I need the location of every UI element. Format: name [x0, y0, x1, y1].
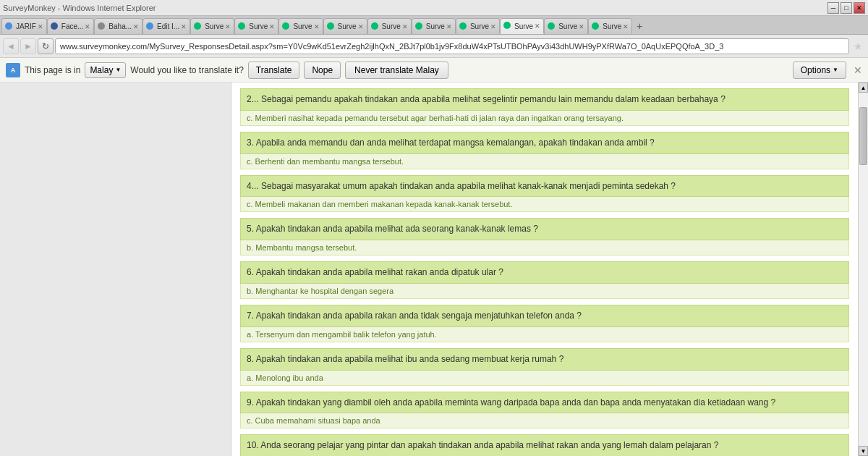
tab-2[interactable]: Baha... ✕ — [94, 18, 142, 34]
tab-12[interactable]: Surve ✕ — [544, 18, 588, 34]
tab-favicon-8 — [371, 22, 380, 31]
question-block-7: 9. Apakah tindakan yang diambil oleh and… — [240, 392, 849, 429]
address-bar[interactable]: www.surveymonkey.com/MySurvey_ResponsesD… — [55, 38, 849, 54]
tab-label-4: Surve — [205, 22, 224, 30]
close-button[interactable]: ✕ — [854, 2, 865, 14]
tab-favicon-0 — [5, 22, 14, 31]
tab-favicon-4 — [194, 22, 203, 31]
tab-close-2[interactable]: ✕ — [133, 23, 139, 30]
tab-0[interactable]: JARIF ✕ — [1, 18, 47, 34]
question-text-8: 10. Anda seorang pelajar yang pintar dan… — [240, 434, 849, 456]
tab-10[interactable]: Surve ✕ — [456, 18, 500, 34]
answer-text-5: a. Tersenyum dan mengambil balik telefon… — [240, 327, 849, 342]
scrollbar-track[interactable] — [859, 93, 868, 446]
tab-favicon-7 — [327, 22, 336, 31]
question-text-3: 5. Apakah tindakan anda apabila melihat … — [240, 218, 849, 240]
question-block-5: 7. Apakah tindakan anda apabila rakan an… — [240, 305, 849, 342]
tab-close-6[interactable]: ✕ — [314, 23, 320, 30]
content-area: 2... Sebagai pemandu apakah tindakan and… — [0, 83, 868, 456]
question-text-1: 3. Apabila anda memandu dan anda melihat… — [240, 132, 849, 154]
scrollbar-down-button[interactable]: ▼ — [859, 446, 868, 456]
chevron-down-icon: ▼ — [115, 67, 121, 73]
answer-text-1: c. Berhenti dan membantu mangsa tersebut… — [240, 154, 849, 169]
language-label: Malay — [90, 65, 113, 75]
tab-favicon-9 — [415, 22, 424, 31]
tab-8[interactable]: Surve ✕ — [367, 18, 412, 34]
tab-13[interactable]: Surve ✕ — [588, 18, 632, 34]
tab-label-3: Edit I... — [157, 22, 179, 30]
question-block-6: 8. Apakah tindakan anda apabila melihat … — [240, 348, 849, 386]
tab-4[interactable]: Surve ✕ — [190, 18, 234, 34]
question-text-2: 4... Sebagai masyarakat umum apakah tind… — [240, 175, 849, 198]
window-title: SurveyMonkey - Windows Internet Explorer — [3, 4, 156, 12]
tab-11[interactable]: Surve ✕ — [500, 18, 544, 34]
maximize-button[interactable]: □ — [841, 2, 852, 14]
refresh-button[interactable]: ↻ — [38, 38, 54, 54]
scrollbar-thumb[interactable] — [859, 107, 867, 165]
translate-icon-text: A — [11, 67, 16, 74]
tab-close-12[interactable]: ✕ — [579, 23, 584, 30]
question-text-5: 7. Apakah tindakan anda apabila rakan an… — [240, 305, 849, 327]
tab-label-13: Surve — [603, 22, 621, 30]
translate-button[interactable]: Translate — [248, 62, 300, 79]
language-dropdown[interactable]: Malay ▼ — [85, 62, 126, 78]
tab-close-10[interactable]: ✕ — [490, 23, 496, 30]
tab-label-11: Surve — [514, 22, 533, 30]
tab-label-0: JARIF — [16, 22, 36, 30]
minimize-button[interactable]: ─ — [827, 2, 839, 14]
forward-button[interactable]: ► — [20, 38, 36, 54]
tab-close-0[interactable]: ✕ — [38, 23, 43, 30]
tab-1[interactable]: Face... ✕ — [47, 18, 95, 34]
options-label: Options — [801, 65, 830, 75]
question-text-7: 9. Apakah tindakan yang diambil oleh and… — [240, 392, 849, 414]
options-button[interactable]: Options ▼ — [793, 62, 846, 79]
tab-9[interactable]: Surve ✕ — [412, 18, 456, 34]
tab-7[interactable]: Surve ✕ — [323, 18, 367, 34]
bookmark-button[interactable]: ★ — [851, 38, 865, 54]
tab-close-13[interactable]: ✕ — [623, 23, 629, 30]
main-content: 2... Sebagai pemandu apakah tindakan and… — [231, 83, 858, 456]
question-block-2: 4... Sebagai masyarakat umum apakah tind… — [240, 175, 849, 213]
tab-5[interactable]: Surve ✕ — [234, 18, 278, 34]
tab-label-12: Surve — [558, 22, 577, 30]
question-block-0: 2... Sebagai pemandu apakah tindakan and… — [240, 88, 849, 126]
browser-window: SurveyMonkey - Windows Internet Explorer… — [0, 0, 868, 456]
tab-close-11[interactable]: ✕ — [535, 22, 540, 30]
tab-favicon-12 — [548, 22, 556, 31]
never-translate-button[interactable]: Never translate Malay — [345, 62, 448, 79]
tab-6[interactable]: Surve ✕ — [278, 18, 323, 34]
nope-button[interactable]: Nope — [304, 62, 341, 79]
answer-text-3: b. Membantu mangsa tersebut. — [240, 240, 849, 256]
tab-close-7[interactable]: ✕ — [358, 23, 364, 30]
tab-label-10: Surve — [470, 22, 489, 30]
tab-label-1: Face... — [61, 22, 84, 30]
tab-close-3[interactable]: ✕ — [181, 23, 187, 30]
nav-bar: ◄ ► ↻ www.surveymonkey.com/MySurvey_Resp… — [0, 35, 868, 58]
tab-label-6: Surve — [293, 22, 312, 30]
tab-close-5[interactable]: ✕ — [269, 23, 275, 30]
tab-close-4[interactable]: ✕ — [225, 23, 231, 30]
answer-text-4: b. Menghantar ke hospital dengan segera — [240, 284, 849, 299]
scrollbar[interactable]: ▲ ▼ — [858, 83, 868, 456]
tab-favicon-10 — [459, 22, 468, 31]
tab-favicon-6 — [282, 22, 291, 31]
address-text: www.surveymonkey.com/MySurvey_ResponsesD… — [60, 42, 723, 51]
back-button[interactable]: ◄ — [3, 38, 19, 54]
tab-close-8[interactable]: ✕ — [402, 23, 408, 30]
new-tab-button[interactable]: + — [632, 18, 647, 34]
sidebar-left — [0, 83, 231, 456]
tab-close-9[interactable]: ✕ — [446, 23, 452, 30]
answer-text-2: c. Membeli makanan dan memberi makanan k… — [240, 197, 849, 212]
close-translate-button[interactable]: ✕ — [854, 64, 862, 76]
tab-favicon-5 — [238, 22, 247, 31]
tab-3[interactable]: Edit I... ✕ — [142, 18, 190, 34]
scrollbar-up-button[interactable]: ▲ — [859, 83, 868, 93]
question-block-1: 3. Apabila anda memandu dan anda melihat… — [240, 132, 849, 169]
tab-label-5: Surve — [249, 22, 268, 30]
tab-favicon-13 — [592, 22, 600, 31]
tab-close-1[interactable]: ✕ — [85, 23, 90, 30]
tab-favicon-2 — [98, 22, 106, 31]
translate-icon: A — [6, 63, 20, 77]
tab-favicon-1 — [51, 22, 59, 31]
question-text-4: 6. Apakah tindakan anda apabila melihat … — [240, 261, 849, 284]
